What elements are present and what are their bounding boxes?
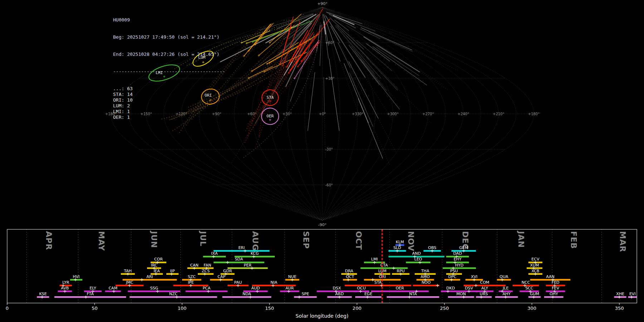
month-label-APR: APR (44, 231, 53, 250)
peak-marker-ORI (371, 278, 374, 281)
equator-label: +60° (247, 112, 257, 116)
shower-label-PCA: PCA (203, 286, 210, 291)
equator-label: +180° (528, 112, 540, 116)
shower-label-PSU: PSU (450, 269, 458, 273)
shower-label-XVI: XVI (471, 274, 477, 279)
shower-label-AND: AND (412, 251, 421, 256)
shower-label-KLM: KLM (396, 240, 404, 244)
shower-label-AMO: AMO (421, 274, 430, 279)
x-tick-label: 200 (352, 306, 361, 311)
shower-label-OCT: OCT (346, 274, 354, 279)
shower-label-GDR: GDR (223, 269, 232, 273)
shower-label-ARD: ARD (335, 292, 344, 296)
peak-marker-ARI (140, 278, 143, 281)
peak-marker-CTA (392, 267, 395, 270)
shower-label-EHY: EHY (454, 257, 462, 262)
shower-label-IRC: IRC (151, 263, 157, 268)
month-label-JUL: JUL (199, 230, 208, 247)
shower-label-CAM: CAM (108, 286, 117, 291)
x-tick-label: 100 (177, 306, 186, 311)
month-label-FEB: FEB (569, 231, 578, 249)
header-divider: ---------------------------------------- (113, 69, 225, 74)
shower-label-MON: MON (457, 292, 466, 296)
radiant-OER: OER (262, 108, 279, 125)
shower-label-NOO: NOO (421, 280, 431, 285)
shower-label-CAP: CAP (218, 274, 225, 279)
month-label-JUN: JUN (150, 230, 158, 248)
shower-label-COR: COR (154, 257, 163, 262)
shower-label-PAU: PAU (234, 280, 242, 285)
shower-label-HYD: HYD (455, 263, 463, 268)
shower-label-DAD: DAD (453, 251, 462, 256)
x-axis-label: Solar longitude (deg) (296, 313, 348, 319)
shower-label-GUM: GUM (530, 292, 539, 296)
peak-marker-SDA (226, 261, 229, 264)
shower-label-IXA: IXA (211, 251, 218, 256)
shower-label-XHE: XHE (616, 292, 624, 296)
shower-label-NDA: NDA (243, 292, 252, 296)
shower-label-LYR: LYR (62, 280, 69, 285)
observation-header: HU0009 Beg: 20251027 17:49:50 (sol = 214… (113, 6, 225, 132)
month-label-NOV: NOV (406, 231, 415, 252)
x-tick-label: 150 (265, 306, 274, 311)
meteor-observation-summary: HU0009 Beg: 20251027 17:49:50 (sol = 214… (0, 0, 644, 322)
shower-activity-timeline: APRMAYJUNJULAUGSEPOCTNOVDECJANFEBMARKLME… (0, 229, 644, 322)
x-tick-label: 300 (527, 306, 536, 311)
shower-label-FEV: FEV (552, 286, 559, 291)
shower-label-AAN: AAN (546, 274, 555, 279)
radiant-label-OER: OER (267, 114, 274, 118)
peak-marker-COM (474, 284, 477, 287)
latitude-label: +30° (325, 77, 335, 80)
shower-label-DKD: DKD (446, 286, 455, 291)
shower-label-ERI: ERI (238, 245, 245, 250)
x-tick-label: 50 (92, 306, 98, 311)
shower-label-EVI: EVI (629, 292, 636, 296)
shower-label-NUE: NUE (288, 274, 296, 279)
shower-label-IEA: IEA (153, 269, 160, 273)
shower-label-AUD: AUD (251, 286, 260, 291)
shower-label-DSV: DSV (465, 286, 473, 291)
shower-label-NTA: NTA (409, 292, 417, 296)
shower-label-SPE: SPE (302, 292, 309, 296)
count-row-LUM: LUM: 2 (113, 103, 225, 109)
shower-label-FED: FED (552, 280, 560, 285)
shower-label-JMC: JMC (126, 280, 133, 285)
month-label-OCT: OCT (354, 231, 363, 250)
shower-label-AHY: AHY (503, 292, 511, 296)
shower-label-TAH: TAH (123, 269, 132, 273)
shower-label-OCU: OCU (357, 286, 366, 291)
shower-label-DPC: DPC (448, 274, 457, 279)
shower-label-PER: PER (244, 263, 252, 268)
shower-label-DRA: DRA (345, 269, 353, 273)
shower-label-IIP: IIP (170, 269, 175, 273)
shower-label-RPU: RPU (397, 269, 405, 273)
count-row-OER: OER: 1 (113, 114, 225, 120)
peak-marker-SPE (298, 296, 301, 298)
shower-label-SLD: SLD (393, 245, 401, 250)
month-label-MAR: MAR (618, 231, 627, 252)
shower-label-IPE: IPE (188, 280, 194, 285)
shower-label-ARI: ARI (146, 274, 153, 279)
shower-label-THA: THA (421, 269, 429, 273)
shower-label-COM: COM (480, 280, 489, 285)
month-label-SEP: SEP (302, 231, 311, 249)
shower-label-ZCS: ZCS (202, 269, 210, 273)
month-label-MAY: MAY (97, 231, 106, 251)
shower-label-CTA: CTA (380, 263, 388, 268)
count-row-ORI: ORI: 10 (113, 97, 225, 103)
shower-label-OBS: OBS (428, 245, 436, 250)
x-tick-label: 0 (6, 306, 9, 311)
x-tick-label: 350 (615, 306, 624, 311)
shower-label-URS: URS (480, 292, 488, 296)
pole-bottom-label: -90° (318, 223, 326, 227)
shower-label-XUM: XUM (530, 263, 539, 268)
month-label-AUG: AUG (251, 231, 260, 251)
peak-marker-NOO (436, 284, 439, 287)
x-tick-label: 250 (440, 306, 449, 311)
shower-label-EGE: EGE (364, 292, 372, 296)
shower-label-NCC: NCC (522, 280, 530, 285)
equator-label: +240° (458, 112, 469, 116)
shower-label-OHY: OHY (550, 292, 558, 296)
shower-label-LEO: LEO (414, 257, 422, 262)
end-time: End: 20251028 04:27:26 (sol = 214.65°) (113, 52, 225, 57)
